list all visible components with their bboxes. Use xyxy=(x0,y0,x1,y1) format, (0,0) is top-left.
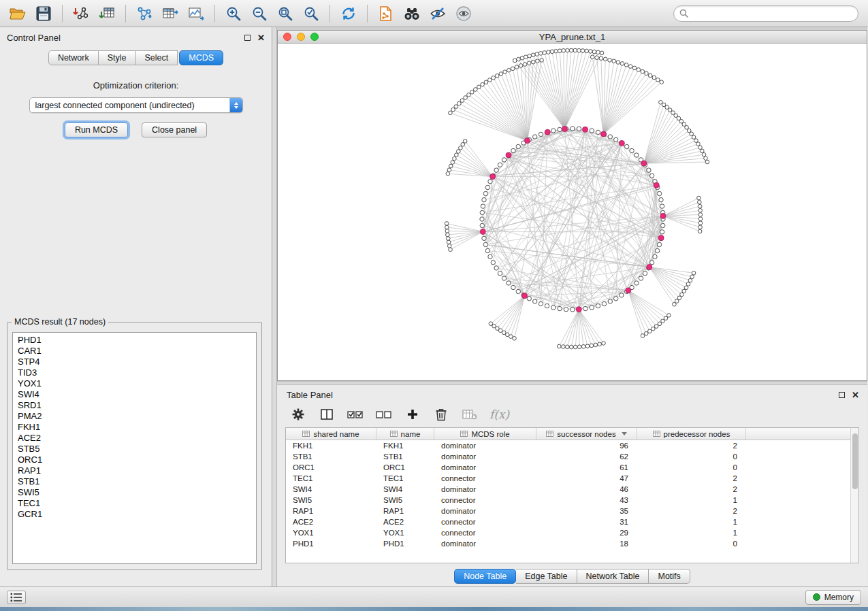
refresh-button[interactable] xyxy=(336,3,361,24)
table-cell[interactable]: YOX1 xyxy=(286,527,376,538)
table-row[interactable]: ACE2ACE2connector311 xyxy=(286,516,850,527)
table-cell[interactable]: dominator xyxy=(434,451,536,462)
import-table-button[interactable] xyxy=(95,3,119,24)
table-cell[interactable]: RAP1 xyxy=(286,506,376,516)
table-cell[interactable]: YOX1 xyxy=(376,527,434,538)
table-cell[interactable]: 0 xyxy=(637,451,746,462)
table-cell[interactable]: 35 xyxy=(536,506,637,516)
zoom-out-button[interactable] xyxy=(247,3,272,24)
mcds-result-item[interactable]: ORC1 xyxy=(13,455,256,465)
export-image-button[interactable] xyxy=(184,3,208,24)
table-cell[interactable]: 47 xyxy=(536,473,637,484)
table-cell[interactable]: 2 xyxy=(637,506,746,516)
table-cell[interactable]: dominator xyxy=(434,484,536,495)
import-network-button[interactable] xyxy=(69,3,93,24)
table-cell[interactable]: dominator xyxy=(434,462,536,473)
close-panel-button[interactable]: Close panel xyxy=(142,122,207,137)
mcds-result-item[interactable]: STB1 xyxy=(13,476,256,487)
network-window-titlebar[interactable]: YPA_prune.txt_1 xyxy=(278,31,867,44)
table-settings-button[interactable] xyxy=(289,406,307,423)
table-row[interactable]: ORC1ORC1dominator610 xyxy=(286,462,850,473)
table-cell[interactable]: 31 xyxy=(536,516,637,527)
mcds-result-item[interactable]: CAR1 xyxy=(13,346,256,357)
tab-network[interactable]: Network xyxy=(48,50,99,65)
column-header-predecessor-nodes[interactable]: predecessor nodes xyxy=(637,428,746,440)
table-cell[interactable]: connector xyxy=(434,473,536,484)
search-input[interactable] xyxy=(692,9,852,18)
mcds-result-item[interactable]: FKH1 xyxy=(13,422,256,433)
search-neighbors-button[interactable] xyxy=(400,3,424,24)
mcds-result-item[interactable]: SWI4 xyxy=(13,389,256,400)
table-cell[interactable]: 0 xyxy=(637,462,746,473)
mcds-result-item[interactable]: TID3 xyxy=(13,367,256,378)
table-scrollbar[interactable] xyxy=(850,428,858,563)
table-cell[interactable]: TEC1 xyxy=(286,473,376,484)
table-cell[interactable]: 2 xyxy=(637,440,746,451)
tab-mcds[interactable]: MCDS xyxy=(179,50,223,65)
table-cell[interactable]: SWI4 xyxy=(376,484,434,495)
table-cell[interactable]: 18 xyxy=(536,538,637,549)
table-cell[interactable]: 29 xyxy=(536,527,637,538)
table-row[interactable]: STB1STB1dominator620 xyxy=(286,451,850,462)
mcds-result-item[interactable]: PHD1 xyxy=(13,335,256,346)
network-graph[interactable] xyxy=(278,44,867,380)
float-panel-icon[interactable] xyxy=(244,35,251,41)
vertical-splitter[interactable] xyxy=(272,27,277,587)
mcds-result-item[interactable]: STP4 xyxy=(13,357,256,367)
table-cell[interactable]: PHD1 xyxy=(286,538,376,549)
table-cell[interactable]: FKH1 xyxy=(286,440,376,451)
column-header-mcds-role[interactable]: MCDS role xyxy=(434,428,536,440)
table-cell[interactable]: PHD1 xyxy=(376,538,434,549)
table-cell[interactable]: dominator xyxy=(434,440,536,451)
table-cell[interactable]: ORC1 xyxy=(376,462,434,473)
mcds-result-item[interactable]: YOX1 xyxy=(13,378,256,389)
search-box[interactable] xyxy=(673,5,858,22)
table-cell[interactable]: ORC1 xyxy=(286,462,376,473)
network-canvas[interactable] xyxy=(278,44,867,380)
close-panel-icon[interactable]: ✕ xyxy=(257,33,265,42)
table-cell[interactable]: STB1 xyxy=(286,451,376,462)
show-all-button[interactable] xyxy=(451,3,476,24)
mcds-result-item[interactable]: GCR1 xyxy=(13,509,256,520)
table-cell[interactable]: 43 xyxy=(536,495,637,506)
tab-motifs[interactable]: Motifs xyxy=(649,569,690,584)
zoom-in-button[interactable] xyxy=(221,3,246,24)
export-table-button[interactable] xyxy=(158,3,182,24)
optimization-select[interactable]: largest connected component (undirected) xyxy=(29,97,243,113)
hide-selected-button[interactable] xyxy=(425,3,450,24)
table-row[interactable]: SWI5SWI5connector431 xyxy=(286,495,850,506)
table-cell[interactable]: 2 xyxy=(637,473,746,484)
table-cell[interactable]: connector xyxy=(434,527,536,538)
table-cell[interactable]: dominator xyxy=(434,538,536,549)
table-cell[interactable]: SWI5 xyxy=(376,495,434,506)
table-cell[interactable]: 1 xyxy=(637,516,746,527)
select-all-columns-button[interactable] xyxy=(347,406,364,423)
mcds-result-item[interactable]: SRD1 xyxy=(13,400,256,411)
float-table-panel-icon[interactable] xyxy=(839,392,845,398)
table-cell[interactable]: ACE2 xyxy=(376,516,434,527)
table-cell[interactable]: STB1 xyxy=(376,451,434,462)
mcds-result-list[interactable]: PHD1CAR1STP4TID3YOX1SWI4SRD1PMA2FKH1ACE2… xyxy=(12,332,257,564)
function-builder-button[interactable]: f(x) xyxy=(489,406,509,423)
column-header-successor-nodes[interactable]: successor nodes xyxy=(536,428,637,440)
table-cell[interactable]: 46 xyxy=(536,484,637,495)
close-table-panel-icon[interactable]: ✕ xyxy=(852,391,859,399)
tab-node-table[interactable]: Node Table xyxy=(454,569,516,584)
table-cell[interactable]: connector xyxy=(434,516,536,527)
memory-button[interactable]: Memory xyxy=(805,590,861,605)
tab-network-table[interactable]: Network Table xyxy=(577,569,649,584)
table-cell[interactable]: 1 xyxy=(637,527,746,538)
panel-menu-button[interactable] xyxy=(7,591,26,604)
zoom-selected-button[interactable] xyxy=(299,3,323,24)
column-header-shared-name[interactable]: shared name xyxy=(286,428,376,440)
tab-style[interactable]: Style xyxy=(99,50,136,65)
table-cell[interactable]: ACE2 xyxy=(286,516,376,527)
zoom-fit-button[interactable] xyxy=(273,3,298,24)
tab-edge-table[interactable]: Edge Table xyxy=(516,569,577,584)
clone-network-button[interactable] xyxy=(374,3,398,24)
table-cell[interactable]: 2 xyxy=(637,484,746,495)
tab-select[interactable]: Select xyxy=(136,50,178,65)
column-header-name[interactable]: name xyxy=(376,428,434,440)
mcds-result-item[interactable]: ACE2 xyxy=(13,433,256,444)
table-row[interactable]: SWI4SWI4dominator462 xyxy=(286,484,850,495)
